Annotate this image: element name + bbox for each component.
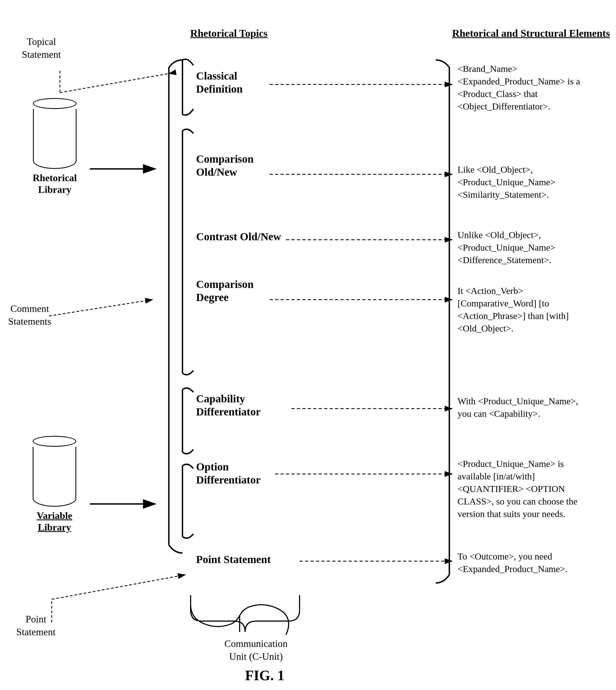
topic-capability: Capability Differentiator: [196, 392, 261, 418]
element-capability: With <Product_Unique_Name>, you can <Cap…: [458, 395, 578, 420]
element-comparison-old-new: Like <Old_Object>, <Product_Unique_Name>…: [458, 164, 555, 201]
rhetorical-topics-header: Rhetorical Topics: [171, 27, 287, 39]
topical-statement-label: Topical Statement: [22, 36, 61, 61]
topic-classical-definition: Classical Definition: [196, 69, 243, 95]
variable-library-label: VariableLibrary: [37, 510, 72, 533]
svg-line-22: [52, 575, 185, 599]
element-point: To <Outcome>, you need <Expanded_Product…: [458, 550, 568, 575]
cylinder-top-2: [33, 436, 76, 447]
cylinder-body-2: [33, 447, 76, 507]
rhetorical-library-label: Rhetorical Library: [33, 172, 77, 196]
topic-comparison-old-new: Comparison Old/New: [196, 153, 254, 179]
cylinder-top: [33, 98, 76, 109]
topic-option: Option Differentiator: [196, 460, 261, 487]
variable-library-cylinder: VariableLibrary: [33, 436, 76, 533]
point-statement-bottom-label: Point Statement: [16, 613, 56, 639]
communication-unit-label: Communication Unit (C-Unit): [207, 638, 305, 663]
svg-line-19: [49, 300, 153, 316]
element-degree: It <Action_Verb> [Comparative_Word] [to …: [458, 285, 569, 335]
elements-header: Rhetorical and Structural Elements: [452, 27, 610, 39]
cylinder-body: [33, 109, 76, 169]
topic-contrast-old-new: Contrast Old/New: [196, 230, 281, 243]
rhetorical-library-cylinder: Rhetorical Library: [33, 98, 77, 196]
topic-point-statement: Point Statement: [196, 553, 271, 566]
element-option: <Product_Unique_Name> is available [in/a…: [458, 458, 577, 520]
element-classical: <Brand_Name> <Expanded_Product_Name> is …: [458, 63, 580, 113]
comment-statements-label: Comment Statements: [8, 302, 51, 328]
topic-comparison-degree: Comparison Degree: [196, 278, 254, 304]
svg-line-18: [60, 73, 169, 93]
figure-label: FIG. 1: [245, 667, 284, 684]
element-contrast: Unlike <Old_Object>, <Product_Unique_Nam…: [458, 229, 555, 266]
